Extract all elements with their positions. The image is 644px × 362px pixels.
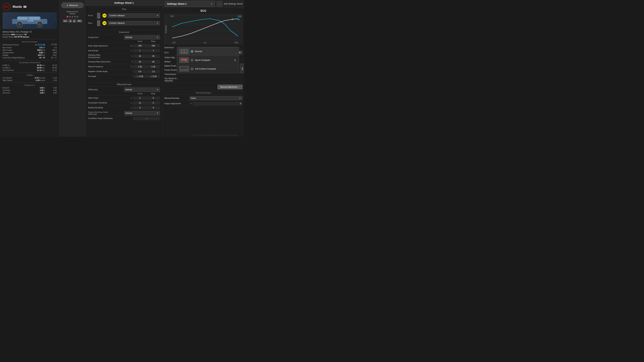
damping-exp-rear[interactable]: 45 <box>146 60 160 63</box>
l1-button[interactable]: L1 <box>63 19 68 22</box>
front-rear-value2: 63 : 37 <box>48 57 57 59</box>
front-tire-dropdown[interactable]: Comfort: Medium ▼ <box>108 13 160 18</box>
rot-r2-row: 120 km/h 0.95G 0.95 <box>2 89 57 91</box>
sheet-title-text: Settings Sheet 1 <box>167 2 187 5</box>
manual-adj-button[interactable]: Manual Adjustment ··· <box>218 85 242 89</box>
front-rear-dist-value[interactable]: - : - <box>133 117 160 120</box>
anti-roll-front[interactable]: 1 <box>133 49 146 52</box>
dot-4[interactable] <box>74 16 76 17</box>
max-torque-value: 309.5ft·lb <box>37 49 45 51</box>
rot-r3-row: 240 km/h 0.96G 0.96 <box>2 92 57 94</box>
top-speed-row: Top Speed (A...Adjusted) <box>164 76 242 83</box>
dot-5[interactable] <box>77 16 78 17</box>
ecu-option-normal[interactable]: Normal ↖ <box>177 47 239 56</box>
braking-sensitivity-label: Braking Sensitivity <box>88 106 128 109</box>
front-cm-badge: CM <box>102 13 106 17</box>
front-tire-label: Front <box>88 14 95 17</box>
radio-sport <box>191 59 193 61</box>
neg-camber-rear[interactable]: 1.0 <box>146 70 160 73</box>
rear-tire-dropdown[interactable]: Comfort: Medium ▼ <box>108 21 160 25</box>
right-arrow-button[interactable]: ❯ <box>240 63 244 73</box>
suspension-header: Suspension <box>88 30 160 34</box>
body-height-label: Body Height Adjustment <box>88 44 128 47</box>
anti-roll-row: Anti-Roll Bar Lv. 1 1 <box>88 48 160 53</box>
ecu-option-sport[interactable]: Sport Computer <box>177 56 239 64</box>
copyright: © 2021 Sony Interactive Entertainment In… <box>192 134 239 136</box>
accel-r3-row: 100-150 km/h 11.12sec. 11.12 <box>2 69 57 71</box>
natural-freq-rear[interactable]: 1.45 <box>146 65 160 68</box>
engine-label: Engine Model <box>2 36 14 38</box>
nitrous-output-value[interactable]: 0 <box>193 102 242 105</box>
natural-freq-front[interactable]: 1.30 <box>133 65 146 68</box>
ecu-chart: 310 172 hp 1000 rpm 6000 <box>164 14 242 44</box>
torque-vec-dropdown[interactable]: Normal ▼ <box>124 111 160 115</box>
max-torque-label: Max Torque <box>2 49 12 51</box>
svg-point-24 <box>186 53 187 53</box>
toe-unit: ° <box>128 75 133 77</box>
toe-front[interactable]: ↕↕ 0.00 <box>133 75 146 78</box>
settings-header: Settings Sheet 1 <box>86 0 162 6</box>
natural-freq-unit: Hz <box>128 66 133 67</box>
rot-r1-value: 0.92G <box>40 87 45 89</box>
dot-3[interactable] <box>72 16 73 17</box>
diff-type-dropdown[interactable]: Normal ▼ <box>124 87 160 92</box>
settings-header-title: Settings Sheet 1 <box>88 1 160 4</box>
rot-r1-row: 60 km/h 0.92G 0.92 <box>2 87 57 89</box>
toe-rear[interactable]: ↕↕ 0.20 <box>146 75 160 78</box>
r1-button[interactable]: R1 <box>77 19 82 22</box>
weight-row: Weight 3527lbs. 3527 <box>2 54 57 56</box>
damping-exp-front[interactable]: 45 <box>133 60 146 63</box>
anti-roll-label: Anti-Roll Bar <box>88 49 128 52</box>
high-speed-row: High Speed -1.00(Under) -1.00 <box>2 79 57 81</box>
initial-torque-front[interactable]: 3 <box>133 96 146 100</box>
damping-exp-unit: % <box>128 61 133 63</box>
suspension-type-row: Suspension Normal ▼ <box>88 35 160 39</box>
max-torque-value2: 309.5 <box>48 49 57 51</box>
nitrous-title: Nitrous/Overtake <box>164 91 242 95</box>
nitrous-output-row: Output Adjustment % 0 <box>164 101 242 106</box>
braking-sensitivity-rear[interactable]: 0 <box>146 106 160 109</box>
toe-row: Toe Angle ° ↕↕ 0.00 ↕↕ 0.20 <box>88 74 160 79</box>
next-button[interactable]: ▶ <box>73 19 76 23</box>
displacement-label: Displacement <box>2 52 14 54</box>
front-tire-icon <box>97 13 100 18</box>
top-speed-label: Top Speed (A...Adjusted) <box>164 77 188 82</box>
drivetrain-value: 4WD <box>11 33 15 35</box>
radio-normal <box>191 50 193 53</box>
damping-comp-rear[interactable]: 35 <box>146 54 160 58</box>
sheet-title-button[interactable]: Settings Sheet 1 ≡ <box>164 1 215 7</box>
braking-sensitivity-front[interactable]: 6 <box>133 106 146 109</box>
prev-button[interactable]: ◀ <box>68 19 72 23</box>
max-power-row: Max Power 172HP 172 <box>2 46 57 49</box>
toe-label: Toe Angle <box>88 75 128 77</box>
braking-sensitivity-row: Braking Sensitivity Lv. 6 0 <box>88 105 160 110</box>
dot-2[interactable] <box>69 16 71 17</box>
susp-col-headers: Front Rear <box>88 40 160 42</box>
nitrous-type-dropdown[interactable]: None ▼ <box>190 96 242 100</box>
damping-comp-front[interactable]: 35 <box>133 54 146 58</box>
neg-camber-front[interactable]: 0.5 <box>133 70 146 73</box>
accel-r3-value: 11.12sec. <box>37 69 45 71</box>
mazda-logo: MAZDA <box>2 2 11 11</box>
body-height-front[interactable]: 160 <box>133 44 146 47</box>
top-bar: Settings Sheet 1 ≡ ··· Edit Settings She… <box>163 0 244 8</box>
dot-1[interactable] <box>66 16 68 17</box>
accel-r1-value2: 16.16 <box>48 64 57 66</box>
dots-menu-button[interactable]: ··· <box>217 1 222 7</box>
accel-r2-row: 0-1000 m 29.89sec. 29.89 <box>2 67 57 69</box>
ecu-option-full[interactable]: Full Control Computer <box>177 64 239 73</box>
suspension-type-dropdown[interactable]: Normal ▼ <box>124 35 160 39</box>
svg-point-18 <box>232 18 233 20</box>
nav-row: L1 ◀ ▶ R1 <box>63 19 82 23</box>
ecu-normal-label: Normal <box>195 50 202 53</box>
stability-title: Stability <box>2 74 57 76</box>
accel-sensitivity-front[interactable]: 12 <box>133 101 146 105</box>
aspiration-label: Aspiration <box>16 33 24 35</box>
accel-r1-row: 0-400 m 16.16sec. 16.16 <box>2 64 57 66</box>
anti-roll-rear[interactable]: 1 <box>146 49 160 52</box>
accel-sensitivity-rear[interactable]: 0 <box>146 101 160 105</box>
measure-button[interactable]: Measure <box>61 2 84 8</box>
initial-torque-rear[interactable]: 0 <box>146 96 160 100</box>
drivetrain-label: Drivetrain <box>2 33 10 35</box>
body-height-rear[interactable]: 150 <box>146 44 160 47</box>
